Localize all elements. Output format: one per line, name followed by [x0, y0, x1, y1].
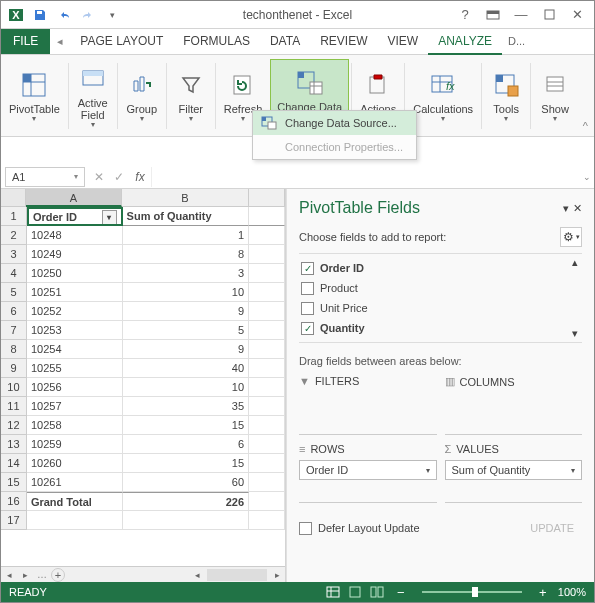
rows-area[interactable]: ≡ROWS Order ID▾	[299, 443, 437, 503]
cell[interactable]	[249, 454, 285, 473]
view-page-break-icon[interactable]	[368, 584, 386, 600]
cell[interactable]	[249, 207, 285, 226]
cell[interactable]: 10	[123, 283, 250, 302]
cell[interactable]: 60	[123, 473, 250, 492]
close-icon[interactable]: ✕	[564, 4, 590, 26]
tab-more[interactable]: D...	[502, 28, 531, 54]
tab-review[interactable]: REVIEW	[310, 28, 377, 54]
cell[interactable]: Order ID▾	[27, 207, 123, 226]
tab-data[interactable]: DATA	[260, 28, 310, 54]
cell[interactable]	[249, 378, 285, 397]
ribbon-tools[interactable]: Tools ▾	[484, 59, 528, 133]
cell[interactable]: 10250	[27, 264, 123, 283]
ribbon-pivottable[interactable]: PivotTable ▾	[3, 59, 66, 133]
rows-pill[interactable]: Order ID▾	[299, 460, 437, 480]
help-icon[interactable]: ?	[452, 4, 478, 26]
cell[interactable]: 10251	[27, 283, 123, 302]
col-header-a[interactable]: A	[26, 189, 122, 207]
cell[interactable]: 10255	[27, 359, 123, 378]
excel-icon[interactable]: X	[5, 4, 27, 26]
row-header[interactable]: 2	[1, 226, 27, 245]
values-pill[interactable]: Sum of Quantity▾	[445, 460, 583, 480]
cell[interactable]: 9	[123, 340, 250, 359]
tab-view[interactable]: VIEW	[378, 28, 429, 54]
cell[interactable]	[249, 264, 285, 283]
field-item[interactable]: Unit Price	[299, 298, 582, 318]
ribbon-display-icon[interactable]	[480, 4, 506, 26]
defer-layout-checkbox[interactable]: Defer Layout Update	[299, 522, 420, 535]
sheet-tab-dots[interactable]: …	[33, 569, 51, 580]
tab-analyze[interactable]: ANALYZE	[428, 29, 502, 55]
cell[interactable]: 10	[123, 378, 250, 397]
cell[interactable]	[249, 321, 285, 340]
new-sheet-icon[interactable]: +	[51, 568, 65, 582]
zoom-slider[interactable]	[422, 591, 522, 593]
cell[interactable]	[249, 245, 285, 264]
cell[interactable]: 3	[123, 264, 250, 283]
zoom-in-icon[interactable]: +	[536, 585, 550, 600]
cell[interactable]: 10254	[27, 340, 123, 359]
checkbox[interactable]	[301, 282, 314, 295]
field-list-scrollbar[interactable]: ▴▾	[568, 254, 582, 342]
redo-icon[interactable]	[77, 4, 99, 26]
row-header[interactable]: 9	[1, 359, 27, 378]
row-header[interactable]: 12	[1, 416, 27, 435]
tab-page-layout[interactable]: PAGE LAYOUT	[70, 28, 173, 54]
cell[interactable]	[249, 435, 285, 454]
cell[interactable]: 8	[123, 245, 250, 264]
checkbox[interactable]	[301, 302, 314, 315]
cell[interactable]: 10259	[27, 435, 123, 454]
cell[interactable]: 10258	[27, 416, 123, 435]
ribbon-active-field[interactable]: ActiveField ▾	[71, 59, 115, 133]
col-header-b[interactable]: B	[122, 189, 249, 207]
expand-formula-icon[interactable]: ⌄	[580, 172, 594, 182]
sheet-nav-right[interactable]: ▸	[17, 567, 33, 583]
save-icon[interactable]	[29, 4, 51, 26]
undo-icon[interactable]	[53, 4, 75, 26]
hscrollbar[interactable]	[207, 569, 267, 581]
filters-area[interactable]: ▼FILTERS	[299, 375, 437, 435]
col-header-c[interactable]	[249, 189, 285, 207]
cell[interactable]: 6	[123, 435, 250, 454]
field-item[interactable]: Order ID	[299, 258, 582, 278]
sheet-nav-left[interactable]: ◂	[1, 567, 17, 583]
cell[interactable]: Grand Total	[27, 492, 123, 511]
row-header[interactable]: 6	[1, 302, 27, 321]
row-header[interactable]: 8	[1, 340, 27, 359]
zoom-out-icon[interactable]: −	[394, 585, 408, 600]
checkbox[interactable]	[301, 262, 314, 275]
cell[interactable]	[123, 511, 250, 530]
menu-change-data-source[interactable]: Change Data Source...	[253, 111, 416, 135]
maximize-icon[interactable]	[536, 4, 562, 26]
cell[interactable]	[249, 283, 285, 302]
cell[interactable]: 10249	[27, 245, 123, 264]
tab-nav-left[interactable]: ◂	[50, 28, 70, 54]
view-page-layout-icon[interactable]	[346, 584, 364, 600]
row-header[interactable]: 17	[1, 511, 27, 530]
cell[interactable]: 10257	[27, 397, 123, 416]
fields-layout-button[interactable]: ⚙▾	[560, 227, 582, 247]
cell[interactable]: 10252	[27, 302, 123, 321]
fx-icon[interactable]: fx	[129, 170, 151, 184]
cell[interactable]	[249, 340, 285, 359]
row-header[interactable]: 10	[1, 378, 27, 397]
qat-customize-icon[interactable]: ▾	[101, 4, 123, 26]
cell[interactable]	[249, 226, 285, 245]
cell[interactable]: 1	[123, 226, 250, 245]
ribbon-calculations[interactable]: fx Calculations ▾	[407, 59, 479, 133]
cell[interactable]: 10256	[27, 378, 123, 397]
cell[interactable]: 9	[123, 302, 250, 321]
panel-dropdown-icon[interactable]: ▾	[563, 202, 569, 215]
cell[interactable]	[27, 511, 123, 530]
enter-icon[interactable]: ✓	[109, 167, 129, 187]
cell[interactable]	[249, 511, 285, 530]
field-item[interactable]: Quantity	[299, 318, 582, 338]
row-header[interactable]: 13	[1, 435, 27, 454]
cell[interactable]: 15	[123, 416, 250, 435]
ribbon-filter[interactable]: Filter ▾	[169, 59, 213, 133]
row-header[interactable]: 7	[1, 321, 27, 340]
cell[interactable]: 15	[123, 454, 250, 473]
cell[interactable]: 35	[123, 397, 250, 416]
field-item[interactable]: Product	[299, 278, 582, 298]
row-header[interactable]: 15	[1, 473, 27, 492]
